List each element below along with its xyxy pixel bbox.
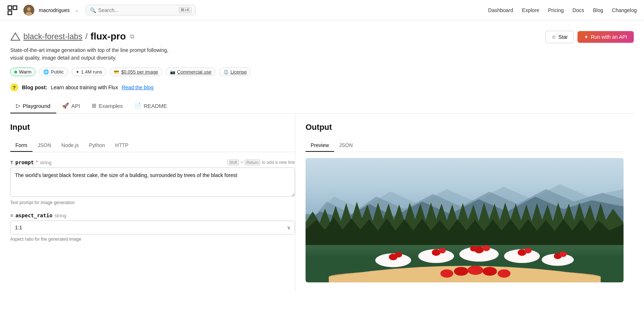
badge-license-label[interactable]: License bbox=[231, 69, 247, 75]
run-with-api-button[interactable]: ✦ Run with an API bbox=[577, 31, 634, 43]
svg-rect-1 bbox=[13, 6, 17, 10]
input-title: Input bbox=[10, 123, 295, 132]
prompt-hint: Shift + Return to add a new line bbox=[227, 159, 295, 165]
nav-changelog[interactable]: Changelog bbox=[612, 7, 637, 13]
commercial-icon: 📷 bbox=[170, 69, 175, 75]
svg-point-30 bbox=[454, 267, 468, 276]
avatar[interactable] bbox=[23, 5, 34, 16]
warm-dot bbox=[14, 71, 17, 74]
prompt-type-icon: T bbox=[10, 160, 13, 165]
subtab-nodejs[interactable]: Node.js bbox=[56, 139, 84, 152]
subtab-form[interactable]: Form bbox=[10, 139, 33, 152]
main-content: Input Form JSON Node.js Python HTTP T pr… bbox=[10, 114, 634, 291]
tab-readme-label: README bbox=[144, 103, 167, 109]
badge-warm-label: Warm bbox=[19, 69, 31, 75]
input-panel: Input Form JSON Node.js Python HTTP T pr… bbox=[10, 114, 295, 291]
blog-link[interactable]: Read the blog bbox=[122, 84, 154, 90]
user-name[interactable]: macrodrigues bbox=[39, 7, 70, 13]
page-header-row: black-forest-labs / flux-pro ⧉ State-of-… bbox=[10, 31, 634, 99]
output-panel: Output Preview JSON bbox=[295, 114, 634, 291]
output-title: Output bbox=[306, 123, 624, 132]
run-icon: ✦ bbox=[584, 34, 588, 40]
badge-license[interactable]: ⚖️ License bbox=[219, 68, 251, 76]
nav-explore[interactable]: Explore bbox=[522, 7, 539, 13]
hint-return: Return bbox=[245, 159, 260, 165]
star-button[interactable]: ☆ Star bbox=[545, 31, 574, 43]
nav-dashboard[interactable]: Dashboard bbox=[488, 7, 514, 13]
blog-question-icon: ? bbox=[10, 83, 18, 91]
aspect-ratio-select[interactable]: 1:1 16:9 9:16 4:3 3:4 21:9 bbox=[10, 221, 295, 234]
search-shortcut: ⌘+K bbox=[179, 7, 192, 13]
nav-blog[interactable]: Blog bbox=[593, 7, 603, 13]
run-label: Run with an API bbox=[591, 34, 627, 40]
svg-rect-2 bbox=[8, 11, 12, 15]
aspect-ratio-type: string bbox=[54, 213, 66, 218]
tab-examples[interactable]: ⊞ Examples bbox=[86, 99, 129, 113]
model-name: flux-pro bbox=[91, 31, 126, 42]
out-subtab-preview[interactable]: Preview bbox=[306, 139, 334, 152]
badge-warm[interactable]: Warm bbox=[10, 68, 35, 76]
input-sub-tabs: Form JSON Node.js Python HTTP bbox=[10, 139, 295, 152]
nav-docs[interactable]: Docs bbox=[572, 7, 584, 13]
main-tabs: ▷ Playground 🚀 API ⊞ Examples 📄 README bbox=[10, 99, 634, 114]
logo-icon[interactable] bbox=[7, 5, 18, 15]
aspect-ratio-description: Aspect ratio for the generated image bbox=[10, 237, 295, 242]
star-label: Star bbox=[558, 34, 568, 40]
breadcrumb-separator: / bbox=[85, 32, 87, 41]
svg-point-23 bbox=[482, 245, 490, 251]
chevron-down-icon[interactable]: ⌄ bbox=[75, 8, 79, 13]
model-description: State-of-the-art image generation with t… bbox=[10, 46, 545, 62]
tab-playground-label: Playground bbox=[23, 103, 50, 109]
action-buttons: ☆ Star ✦ Run with an API bbox=[545, 31, 634, 43]
tab-playground[interactable]: ▷ Playground bbox=[10, 99, 56, 113]
badge-price-label[interactable]: $0.055 per image bbox=[121, 69, 158, 75]
search-bar[interactable]: 🔍 ⌘+K bbox=[86, 5, 196, 15]
svg-marker-6 bbox=[11, 33, 20, 40]
playground-icon: ▷ bbox=[16, 102, 20, 109]
badge-commercial-label[interactable]: Commercial use bbox=[177, 69, 212, 75]
badge-runs[interactable]: ✦ 1.4M runs bbox=[72, 68, 106, 76]
blog-text: Learn about training with Flux bbox=[51, 84, 118, 90]
blog-notice: ? Blog post: Learn about training with F… bbox=[10, 83, 545, 91]
badge-commercial[interactable]: 📷 Commercial use bbox=[166, 68, 216, 76]
svg-point-4 bbox=[27, 7, 31, 11]
out-subtab-json[interactable]: JSON bbox=[334, 139, 358, 152]
subtab-json[interactable]: JSON bbox=[33, 139, 56, 152]
prompt-type: string bbox=[40, 160, 52, 165]
tab-api[interactable]: 🚀 API bbox=[56, 99, 86, 113]
blog-label: Blog post: bbox=[22, 84, 47, 90]
org-link[interactable]: black-forest-labs bbox=[23, 32, 82, 41]
tab-readme[interactable]: 📄 README bbox=[129, 99, 173, 113]
hint-shift: Shift bbox=[227, 159, 239, 165]
prompt-input[interactable]: The world's largest black forest cake, t… bbox=[10, 168, 295, 197]
svg-point-21 bbox=[439, 248, 446, 253]
svg-point-33 bbox=[497, 269, 510, 278]
page-header-left: black-forest-labs / flux-pro ⧉ State-of-… bbox=[10, 31, 545, 99]
copy-icon[interactable]: ⧉ bbox=[130, 33, 134, 40]
tab-examples-label: Examples bbox=[99, 103, 123, 109]
svg-point-24 bbox=[470, 246, 477, 251]
output-sub-tabs: Preview JSON bbox=[306, 139, 624, 152]
aspect-ratio-label: ≡ aspect_ratio string bbox=[10, 213, 295, 218]
tab-api-label: API bbox=[71, 103, 80, 109]
badge-price[interactable]: 💳 $0.055 per image bbox=[110, 68, 162, 76]
prompt-required: * bbox=[36, 160, 38, 165]
api-icon: 🚀 bbox=[62, 102, 69, 109]
svg-point-19 bbox=[395, 252, 402, 258]
subtab-python[interactable]: Python bbox=[84, 139, 110, 152]
search-input[interactable] bbox=[98, 7, 177, 13]
subtab-http[interactable]: HTTP bbox=[110, 139, 134, 152]
generated-image bbox=[306, 158, 624, 282]
output-image bbox=[306, 158, 624, 282]
svg-point-32 bbox=[482, 267, 497, 276]
model-icon bbox=[10, 31, 20, 42]
readme-icon: 📄 bbox=[135, 102, 141, 109]
prompt-field-name: prompt bbox=[15, 159, 34, 165]
aspect-ratio-select-wrapper: 1:1 16:9 9:16 4:3 3:4 21:9 ∨ bbox=[10, 221, 295, 234]
aspect-ratio-icon: ≡ bbox=[10, 213, 13, 218]
nav-pricing[interactable]: Pricing bbox=[548, 7, 564, 13]
header: macrodrigues ⌄ 🔍 ⌘+K Dashboard Explore P… bbox=[0, 0, 644, 20]
badge-public[interactable]: 🌐 Public bbox=[39, 68, 68, 76]
cake-svg bbox=[322, 233, 608, 282]
badge-public-label: Public bbox=[51, 69, 64, 75]
